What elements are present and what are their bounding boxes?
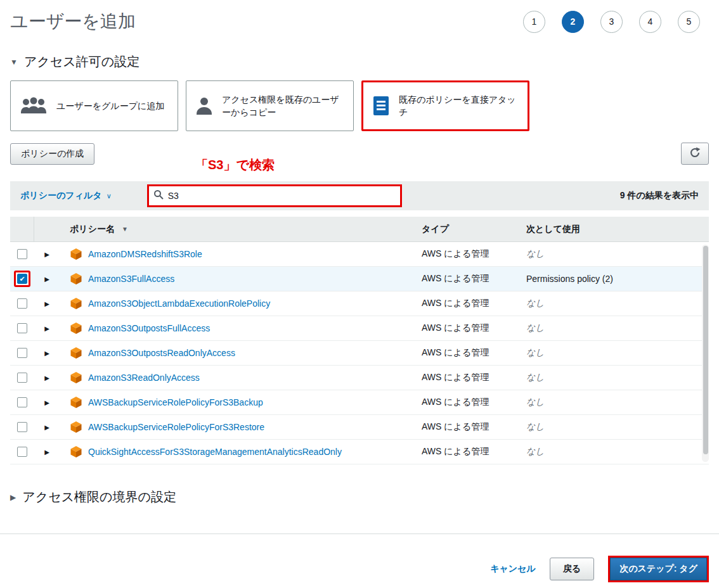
card-label: アクセス権限を既存のユーザーからコピー [222,93,344,119]
policy-name-link[interactable]: AmazonS3OutpostsFullAccess [88,323,210,333]
column-header-policy-name[interactable]: ポリシー名 ▼ [60,217,422,241]
step-indicator: 1 2 3 4 5 [523,11,700,33]
policy-search-input[interactable] [168,191,396,201]
policy-type: AWS による管理 [422,273,526,284]
policy-filter-dropdown[interactable]: ポリシーのフィルタ ∨ [20,190,112,201]
policy-toolbar: ポリシーの作成 [10,143,709,165]
row-checkbox[interactable] [17,397,27,407]
step-2-active: 2 [562,11,584,33]
triangle-down-icon: ▼ [10,58,18,67]
footer-divider [0,534,719,534]
table-row[interactable]: ▶ AWSBackupServiceRolePolicyForS3Restore… [10,415,709,440]
add-user-page: ユーザーを追加 1 2 3 4 5 ▼ アクセス許可の設定 ユーザーをグループに… [0,0,719,588]
row-checkbox[interactable] [17,249,27,259]
expand-row-icon[interactable]: ▶ [44,399,49,406]
policy-name-link[interactable]: AmazonS3ReadOnlyAccess [88,373,200,383]
group-icon [20,96,48,115]
policy-type: AWS による管理 [422,421,526,433]
policy-used-as: なし [526,298,709,309]
policy-used-as: なし [526,372,709,383]
managed-policy-icon [70,297,82,310]
policy-name-link[interactable]: AmazonS3FullAccess [88,274,174,284]
expand-row-icon[interactable]: ▶ [44,424,49,431]
header-checkbox-column [10,217,34,241]
row-checkbox[interactable] [17,323,27,333]
expand-row-icon[interactable]: ▶ [44,325,49,332]
sort-desc-icon: ▼ [122,226,128,233]
table-body: ▶ AmazonDMSRedshiftS3Role AWS による管理 なし ✔… [10,242,709,464]
expand-row-icon[interactable]: ▶ [44,251,49,258]
card-attach-existing-policies[interactable]: 既存のポリシーを直接アタッチ [361,80,529,131]
permissions-section-title: アクセス許可の設定 [24,53,139,70]
managed-policy-icon [70,371,82,384]
policy-name-link[interactable]: AWSBackupServiceRolePolicyForS3Restore [88,422,264,432]
next-step-button[interactable]: 次のステップ: タグ [610,558,707,580]
policy-used-as: なし [526,248,709,260]
row-checkbox-checked[interactable]: ✔ [17,274,27,284]
expand-row-icon[interactable]: ▶ [44,350,49,357]
policy-name-link[interactable]: AmazonS3ObjectLambdaExecutionRolePolicy [88,298,270,309]
policy-table: ポリシー名 ▼ タイプ 次として使用 ▶ AmazonDMSRedshiftS3… [10,217,709,464]
table-header-row: ポリシー名 ▼ タイプ 次として使用 [10,217,709,242]
table-scrollbar[interactable] [702,245,709,462]
table-row[interactable]: ▶ AmazonS3OutpostsFullAccess AWS による管理 な… [10,316,709,341]
policy-used-as: なし [526,347,709,359]
policy-name-link[interactable]: AWSBackupServiceRolePolicyForS3Backup [88,397,263,407]
policy-used-as: なし [526,446,709,457]
policy-type: AWS による管理 [422,347,526,359]
footer-actions: キャンセル 戻る 次のステップ: タグ [10,556,709,582]
card-label: ユーザーをグループに追加 [56,99,164,112]
table-row[interactable]: ▶ QuickSightAccessForS3StorageManagement… [10,440,709,464]
policy-used-as: なし [526,421,709,433]
column-header-type: タイプ [422,217,526,241]
row-checkbox[interactable] [17,373,27,383]
row-checkbox[interactable] [17,447,27,457]
policy-type: AWS による管理 [422,446,526,457]
search-box-highlight [147,184,402,207]
cancel-link[interactable]: キャンセル [490,563,536,575]
page-header: ユーザーを追加 1 2 3 4 5 [10,0,709,35]
managed-policy-icon [70,421,82,433]
managed-policy-icon [70,347,82,359]
expand-row-icon[interactable]: ▶ [44,449,49,456]
document-icon [372,96,390,116]
policy-name-link[interactable]: QuickSightAccessForS3StorageManagementAn… [88,447,342,457]
permissions-boundary-toggle[interactable]: ▶ アクセス権限の境界の設定 [10,489,709,506]
table-row[interactable]: ▶ AWSBackupServiceRolePolicyForS3Backup … [10,390,709,415]
permission-option-cards: ユーザーをグループに追加 アクセス権限を既存のユーザーからコピー 既存のポリシー… [10,80,709,131]
expand-row-icon[interactable]: ▶ [44,276,49,283]
row-checkbox[interactable] [17,422,27,432]
table-row[interactable]: ▶ AmazonDMSRedshiftS3Role AWS による管理 なし [10,242,709,267]
permissions-section-toggle[interactable]: ▼ アクセス許可の設定 [10,53,709,70]
table-row[interactable]: ▶ AmazonS3ReadOnlyAccess AWS による管理 なし [10,366,709,390]
create-policy-button[interactable]: ポリシーの作成 [10,143,94,165]
expand-row-icon[interactable]: ▶ [44,300,49,307]
step-4: 4 [639,11,661,33]
policy-type: AWS による管理 [422,372,526,383]
results-count: 9 件の結果を表示中 [620,190,699,201]
policy-used-as: なし [526,323,709,334]
user-icon [195,96,213,115]
card-copy-permissions[interactable]: アクセス権限を既存のユーザーからコピー [186,80,354,131]
policy-type: AWS による管理 [422,323,526,334]
table-row[interactable]: ▶ AmazonS3OutpostsReadOnlyAccess AWS による… [10,341,709,366]
step-1: 1 [523,11,545,33]
policy-name-link[interactable]: AmazonS3OutpostsReadOnlyAccess [88,348,235,358]
managed-policy-icon [70,445,82,458]
scrollbar-thumb[interactable] [703,246,708,454]
policy-name-link[interactable]: AmazonDMSRedshiftS3Role [88,249,202,259]
refresh-button[interactable] [681,143,709,165]
expand-row-icon[interactable]: ▶ [44,374,49,381]
table-row[interactable]: ▶ AmazonS3ObjectLambdaExecutionRolePolic… [10,291,709,316]
card-label: 既存のポリシーを直接アタッチ [399,93,519,119]
triangle-right-icon: ▶ [10,493,16,502]
row-checkbox[interactable] [17,298,27,309]
policy-filter-label: ポリシーのフィルタ [20,190,102,201]
row-checkbox[interactable] [17,348,27,358]
back-button[interactable]: 戻る [550,558,594,580]
chevron-down-icon: ∨ [107,192,112,200]
checkbox-highlight: ✔ [14,271,30,287]
table-row-selected[interactable]: ✔ ▶ AmazonS3FullAccess AWS による管理 Permiss… [10,267,709,291]
managed-policy-icon [70,396,82,409]
card-add-user-to-group[interactable]: ユーザーをグループに追加 [10,80,178,131]
